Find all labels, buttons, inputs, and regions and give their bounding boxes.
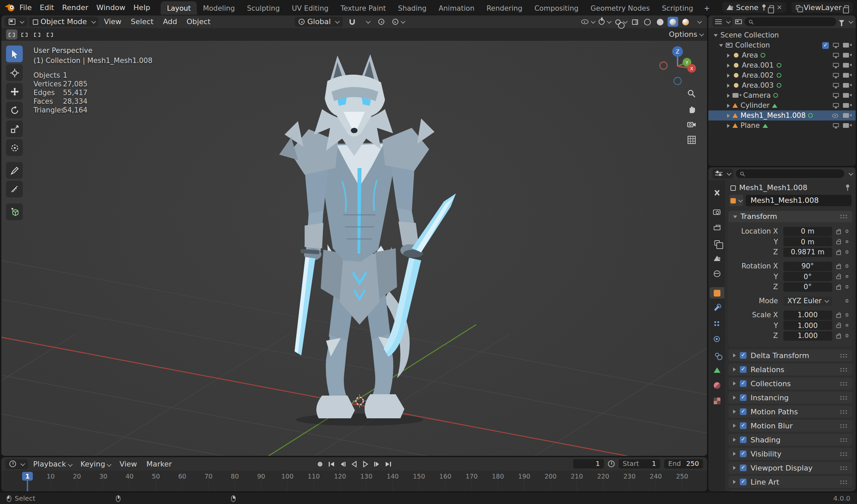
outliner-row-area-001[interactable]: Area.001 xyxy=(708,60,856,70)
tab-world[interactable] xyxy=(709,268,724,279)
section-checkbox[interactable]: ✓ xyxy=(740,436,746,443)
pin-icon[interactable] xyxy=(845,184,850,191)
outliner-row-scene-collection[interactable]: Scene Collection xyxy=(708,30,856,40)
topbar-menu[interactable]: Edit xyxy=(36,2,58,13)
hide-viewport-icon[interactable] xyxy=(833,103,839,107)
timeline-editor-type-button[interactable] xyxy=(5,459,28,469)
shading-rendered[interactable] xyxy=(680,17,691,27)
workspace-tab[interactable]: Shading xyxy=(392,1,433,15)
auto-key-button[interactable] xyxy=(316,460,324,468)
viewport-canvas[interactable]: User Perspective (1) Collection | Mesh1_… xyxy=(1,41,707,456)
snap-toggle[interactable] xyxy=(347,17,357,27)
disable-render-icon[interactable] xyxy=(843,114,849,118)
animate-dot[interactable] xyxy=(845,240,848,243)
cursor-3d[interactable] xyxy=(352,393,368,409)
editor-type-button[interactable] xyxy=(5,17,27,27)
properties-section[interactable]: ✓ Motion Blur xyxy=(728,420,852,432)
disable-render-icon[interactable] xyxy=(843,83,849,88)
character-wolf-warrior[interactable] xyxy=(252,53,467,428)
rotation-mode-dropdown[interactable]: XYZ Euler xyxy=(783,296,832,305)
viewport-menu[interactable]: View xyxy=(100,17,125,27)
lock-icon[interactable] xyxy=(836,314,841,318)
animate-dot[interactable] xyxy=(845,300,848,303)
animate-dot[interactable] xyxy=(845,230,848,233)
topbar-menu[interactable]: Window xyxy=(93,2,130,13)
topbar-menu[interactable]: Help xyxy=(130,2,154,13)
number-field[interactable]: 0° xyxy=(783,272,832,281)
section-checkbox[interactable]: ✓ xyxy=(740,408,746,415)
select-mode-intersect[interactable] xyxy=(44,30,55,39)
grip-dots[interactable] xyxy=(840,437,847,442)
animate-dot[interactable] xyxy=(845,324,848,327)
lock-icon[interactable] xyxy=(836,241,841,245)
animate-dot[interactable] xyxy=(845,314,848,317)
shading-solid[interactable] xyxy=(655,17,666,27)
disable-render-icon[interactable] xyxy=(843,123,849,128)
topbar-menu[interactable]: Render xyxy=(58,2,92,13)
navigation-gizmo[interactable]: Z Y X xyxy=(657,44,699,85)
section-checkbox[interactable]: ✓ xyxy=(740,380,746,387)
grip-dots[interactable] xyxy=(840,423,847,428)
workspace-tab[interactable]: Sculpting xyxy=(241,1,286,15)
disable-render-icon[interactable] xyxy=(843,63,849,68)
tab-tool[interactable] xyxy=(709,187,724,198)
hide-viewport-icon[interactable] xyxy=(833,83,839,87)
section-checkbox[interactable]: ✓ xyxy=(740,352,746,359)
section-checkbox[interactable]: ✓ xyxy=(740,465,746,471)
grip-dots[interactable] xyxy=(840,409,847,414)
lock-icon[interactable] xyxy=(836,325,841,328)
outliner-row-cylinder[interactable]: Cylinder xyxy=(708,100,856,111)
outliner-row-plane[interactable]: Plane xyxy=(708,120,856,131)
annotate-tool[interactable] xyxy=(6,162,23,179)
disable-render-icon[interactable] xyxy=(843,43,849,48)
shading-settings[interactable] xyxy=(693,17,704,27)
object-id-icon-button[interactable] xyxy=(729,195,743,206)
tab-particles[interactable] xyxy=(709,318,724,329)
shading-material[interactable] xyxy=(668,17,678,27)
outliner-row-area[interactable]: Area xyxy=(708,50,856,60)
number-field[interactable]: 0 m xyxy=(783,237,832,246)
tab-modifiers[interactable] xyxy=(709,303,724,314)
animate-dot[interactable] xyxy=(845,251,848,254)
orientation-dropdown[interactable]: Global xyxy=(295,17,342,27)
workspace-tab[interactable]: Modeling xyxy=(197,1,241,15)
xray-toggle[interactable] xyxy=(629,17,640,27)
options-dropdown[interactable]: Options xyxy=(669,31,702,38)
grip-dots[interactable] xyxy=(840,480,847,484)
current-frame-field[interactable]: 1 xyxy=(573,459,604,469)
transform-panel-header[interactable]: Transform xyxy=(728,211,852,222)
properties-section[interactable]: ✓ Line Art xyxy=(728,476,852,488)
section-checkbox[interactable]: ✓ xyxy=(740,478,746,485)
lock-icon[interactable] xyxy=(836,231,841,234)
lock-icon[interactable] xyxy=(836,251,841,255)
number-field[interactable]: 90° xyxy=(783,262,832,271)
workspace-tab[interactable]: Texture Paint xyxy=(334,1,392,15)
animate-dot[interactable] xyxy=(845,275,848,278)
hide-viewport-icon[interactable] xyxy=(833,52,839,56)
tab-object[interactable] xyxy=(709,287,724,299)
add-cube-tool[interactable] xyxy=(6,203,23,220)
tab-constraints[interactable] xyxy=(709,349,724,360)
number-field[interactable]: 0 m xyxy=(783,226,832,236)
disable-render-icon[interactable] xyxy=(843,73,849,78)
timeline-clock-icon[interactable] xyxy=(608,460,615,467)
transform-tool[interactable] xyxy=(6,139,23,156)
properties-section[interactable]: ✓ Collections xyxy=(728,377,852,389)
tab-view-layer[interactable] xyxy=(709,237,724,248)
add-workspace-button[interactable]: + xyxy=(699,1,715,15)
properties-section[interactable]: ✓ Visibility xyxy=(728,448,852,460)
properties-search-input[interactable] xyxy=(736,169,844,178)
ortho-grid-icon[interactable] xyxy=(687,135,696,145)
topbar-menu[interactable]: File xyxy=(15,2,36,13)
playhead[interactable]: 1 xyxy=(22,472,33,481)
hide-viewport-icon[interactable] xyxy=(833,43,839,47)
end-frame-field[interactable]: End250 xyxy=(664,459,703,469)
collection-checkbox[interactable]: ✓ xyxy=(822,42,829,49)
workspace-tab[interactable]: UV Editing xyxy=(286,1,335,15)
marker-menu[interactable]: Marker xyxy=(142,459,176,469)
number-field[interactable]: 1.000 xyxy=(783,310,832,320)
tab-physics[interactable] xyxy=(709,333,724,345)
grip-dots[interactable] xyxy=(840,466,847,470)
start-frame-field[interactable]: Start1 xyxy=(619,459,660,469)
outliner-editor-type-button[interactable] xyxy=(712,17,732,27)
